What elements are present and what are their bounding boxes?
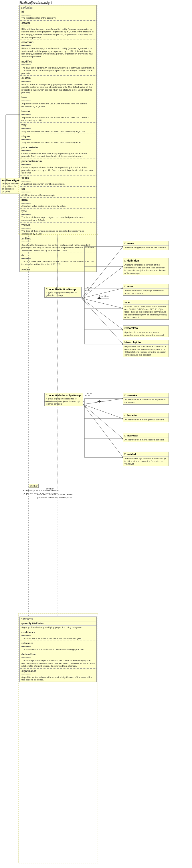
extension-desc-text: Extension point for provider-defined pro… — [23, 489, 60, 495]
hierarchyinfo-title: hierarchyInfo — [124, 341, 141, 344]
attr-literal: literal ▪▪▪▪▪▪▪▪▪▪▪▪ A freetext value as… — [20, 198, 97, 208]
related-box: □ related A related concept, where the r… — [123, 452, 169, 466]
attr-how: how ▪▪▪▪▪▪▪▪▪▪▪▪ A qualifier which means… — [20, 96, 97, 108]
definition-icon: □ — [124, 259, 126, 262]
attr-whyuri: whyuri ▪▪▪▪▪▪▪▪▪▪▪▪ Why the metadata has… — [20, 134, 97, 144]
attr-dir: dir ▪▪▪▪▪▪▪▪▪▪▪▪ The directionality of t… — [20, 253, 97, 266]
definition-title: definition — [127, 259, 139, 262]
diagram-title: FlexPropType (extension) — [20, 1, 52, 4]
sameas-icon: □ — [124, 394, 126, 397]
attr-creatoruri: creatoruri ▪▪▪▪▪▪▪▪▪▪▪▪ If the attribute… — [20, 40, 97, 58]
concept-rel-group-box: ConceptRelationshipsGroup A group of pro… — [44, 393, 83, 406]
multiplicity-label-def: 0..∞ — [85, 289, 89, 291]
related-icon: □ — [124, 453, 126, 456]
name-desc: A natural language name for the concept. — [123, 246, 168, 250]
svg-line-16 — [83, 404, 123, 439]
flexproptype-box: attributes id ▪▪▪▪▪▪▪▪▪▪▪▪ The local ide… — [20, 5, 97, 272]
svg-line-17 — [83, 404, 123, 457]
name-title: name — [127, 242, 134, 245]
attr-uri: uri ▪▪▪▪▪▪▪▪▪▪▪▪ A URI which identifies … — [20, 187, 97, 197]
svg-text:0..∞: 0..∞ — [87, 286, 91, 289]
definition-box: □ definition A natural language definiti… — [123, 258, 169, 275]
narrower-title: narrower — [127, 434, 139, 437]
svg-line-11 — [82, 298, 123, 308]
attr-xmllang: xmllang ▪▪▪▪▪▪▪▪▪▪▪▪ Specifies the langu… — [20, 237, 97, 252]
attr-pubconstraint: pubconstraint ▪▪▪▪▪▪▪▪▪▪▪▪ One or many c… — [20, 146, 97, 158]
concept-def-group-box: ConceptDefinitionGroup A group of proper… — [44, 287, 82, 298]
broader-title: broader — [127, 414, 137, 417]
facet-title: facet — [124, 301, 130, 304]
name-box: □ name A natural language name for the c… — [123, 241, 169, 250]
attr-custom: custom ▪▪▪▪▪▪▪▪▪▪▪▪ If set to true the c… — [20, 76, 97, 94]
attr-pubconstrainturi: pubconstrainturi ▪▪▪▪▪▪▪▪▪▪▪▪ One or man… — [20, 159, 97, 175]
narrower-desc: An identifier of a more specific concept… — [123, 438, 168, 442]
remoteinfo-box: remoteInfo A pointer to a web resource w… — [123, 326, 169, 337]
svg-line-15 — [83, 404, 123, 418]
broader-box: □ broader An identifier of a more genera… — [123, 413, 169, 422]
quantify-attributes-header: attributes — [20, 617, 97, 621]
svg-line-12 — [82, 298, 123, 330]
remoteinfo-desc: A pointer to a web resource which provid… — [123, 330, 168, 337]
attr-relevance: relevance ▪▪▪▪▪▪▪▪▪▪▪▪ The relevance of … — [20, 642, 97, 651]
attr-type: type ▪▪▪▪▪▪▪▪▪▪▪▪ The type of the concep… — [20, 209, 97, 222]
multiplicity-label-rel: 0..∞ — [85, 394, 89, 397]
related-desc: A related concept, where the relationshi… — [123, 457, 168, 466]
attr-modified: modified ▪▪▪▪▪▪▪▪▪▪▪▪ The date (and, opt… — [20, 60, 97, 75]
svg-line-14 — [83, 399, 123, 404]
narrower-box: □ narrower An identifier of a more speci… — [123, 433, 169, 442]
narrower-icon: □ — [124, 434, 126, 437]
name-icon: □ — [124, 242, 126, 245]
svg-marker-27 — [97, 297, 101, 299]
facet-desc: In NAR 1.8 and later, facet is deprecate… — [123, 305, 168, 319]
sameas-box: □ sameAs An identifier of a concept with… — [123, 393, 169, 405]
attr-howuri: howuri ▪▪▪▪▪▪▪▪▪▪▪▪ A qualifier which me… — [20, 110, 97, 122]
attributes-header: attributes — [20, 5, 97, 10]
svg-text:0..∞: 0..∞ — [99, 295, 103, 297]
audience-type-box: AudienceType The type to cover all quali… — [1, 178, 20, 194]
broader-icon: □ — [124, 414, 126, 417]
attr-qcode: qcode ▪▪▪▪▪▪▪▪▪▪▪▪ A qualified code whic… — [20, 176, 97, 186]
attr-typeuri: typeuri ▪▪▪▪▪▪▪▪▪▪▪▪ The type of the con… — [20, 223, 97, 236]
attr-confidence: confidence ▪▪▪▪▪▪▪▪▪▪▪▪ The confidence w… — [20, 630, 97, 640]
note-icon: □ — [124, 285, 126, 288]
note-desc: Additional natural language information … — [123, 289, 168, 296]
attr-id: id ▪▪▪▪▪▪▪▪▪▪▪▪ The local identifier of … — [20, 10, 97, 20]
broader-desc: An identifier of a more general concept. — [123, 418, 168, 422]
facet-box: facet In NAR 1.8 and later, facet is dep… — [123, 300, 169, 320]
attr-derivedfrom: derivedfrom ▪▪▪▪▪▪▪▪▪▪▪▪ The concept or … — [20, 653, 97, 668]
svg-marker-28 — [97, 400, 101, 403]
hierarchyinfo-box: hierarchyInfo Represents the position of… — [123, 340, 169, 357]
attr-significance: significance ▪▪▪▪▪▪▪▪▪▪▪▪ A qualifier wh… — [20, 669, 97, 682]
remoteinfo-title: remoteInfo — [124, 327, 138, 330]
quantify-group-desc: A group of attributes quantif-ying prope… — [20, 626, 97, 629]
sameas-desc: An identifier of a concept with equivale… — [123, 398, 168, 404]
other-extension-box: ##other — [29, 484, 39, 488]
svg-text:0..∞: 0..∞ — [105, 295, 109, 297]
hierarchyinfo-desc: Represents the position of a concept in … — [123, 345, 168, 357]
quantify-box: attributes quantifyAttributes A group of… — [20, 617, 97, 682]
attr-creator: creator ▪▪▪▪▪▪▪▪▪▪▪▪ If the attribute is… — [20, 21, 97, 39]
other-ref: ##other — [20, 268, 97, 272]
sameas-title: sameAs — [127, 394, 137, 397]
definition-desc: A natural language definition of the sem… — [123, 263, 168, 275]
quantify-group-title: quantifyAttributes — [20, 621, 97, 626]
attr-why: why ▪▪▪▪▪▪▪▪▪▪▪▪ Why the metadata has be… — [20, 123, 97, 133]
note-title: note — [127, 285, 133, 288]
note-box: □ note Additional natural language infor… — [123, 284, 169, 296]
svg-line-13 — [82, 298, 123, 344]
related-title: related — [127, 453, 136, 456]
